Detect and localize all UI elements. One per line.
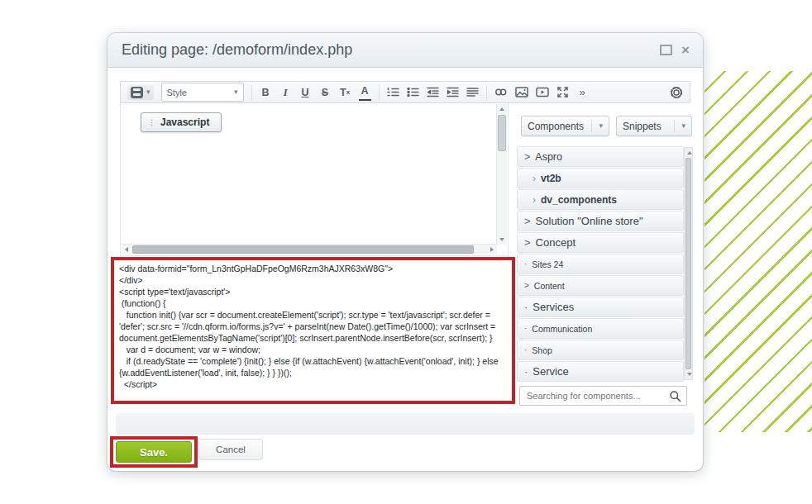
decorative-stripes [705,71,812,432]
indent-button[interactable] [447,84,459,100]
ordered-list-icon [387,86,399,98]
settings-button[interactable] [670,84,683,100]
chevron-down-icon: ▾ [234,88,238,96]
tree-scrollbar[interactable] [684,147,693,380]
dialog-footer-strip [116,413,695,435]
image-button[interactable] [515,84,528,100]
editor-vertical-scrollbar[interactable] [496,104,507,245]
tree-item-bullet: · [524,259,527,269]
justify-icon [466,86,479,98]
video-button[interactable] [536,84,549,100]
link-button[interactable] [494,84,508,100]
tree-item-sites-24[interactable]: ·Sites 24 [517,254,684,274]
components-search-input[interactable] [525,390,669,402]
more-tools-button[interactable]: » [576,84,589,100]
fullscreen-icon [556,86,569,98]
components-tab-label: Components [528,121,584,132]
tree-item-label: dv_components [541,194,617,206]
link-icon [494,86,508,98]
tree-item-label: Shop [532,345,552,355]
components-tree: >Aspro ›vt2b ›dv_components >Solution "O… [517,146,684,383]
components-tab[interactable]: Components ▾ [521,116,609,136]
edit-page-dialog: Editing page: /demoform/index.php × ▾ St… [107,33,703,471]
tree-item-dv-components[interactable]: ›dv_components [517,189,684,210]
save-annotation-box: Save. [110,436,198,468]
scrollbar-thumb[interactable] [685,158,691,369]
clear-format-x: x [346,88,350,96]
drag-handle-icon: ⋮ [148,118,155,126]
chevron-down-icon: ▾ [591,120,603,132]
tree-item-bullet: · [524,324,527,333]
underline-button[interactable]: U [299,84,312,100]
tree-item-bullet: · [524,365,528,378]
chevron-down-icon: ▾ [674,120,685,132]
scroll-up-arrow-icon[interactable] [499,107,504,111]
style-dropdown-label: Style [167,88,187,97]
tree-item-label: Aspro [535,151,562,163]
tree-item-label: Content [534,281,565,291]
scrollbar-thumb[interactable] [498,115,506,151]
components-search [519,386,687,406]
bold-button[interactable]: B [260,84,272,100]
strikethrough-button[interactable]: S [319,84,332,100]
outdent-button[interactable] [427,84,439,100]
scroll-left-arrow-icon[interactable] [125,247,128,252]
wysiwyg-area[interactable]: ⋮ Javascript [120,103,509,256]
tree-item-label: Concept [536,236,576,249]
tree-item-bullet: · [524,301,528,313]
clear-format-t: T [340,87,346,98]
tree-item-label: Communication [532,324,592,334]
tree-item-label: Services [533,301,574,313]
tree-item-arrow: › [533,194,536,206]
close-icon[interactable]: × [681,45,690,55]
code-textarea[interactable]: <div data-formid="form_Ln3ntGpHaDFpeOgM6… [114,260,512,401]
tree-item-communication[interactable]: ·Communication [517,318,684,339]
tree-item-arrow: > [524,236,531,249]
search-icon[interactable] [669,390,681,402]
tree-item-label: vt2b [541,173,561,184]
save-button[interactable]: Save. [116,441,192,463]
tree-item-concept[interactable]: >Concept [517,232,684,253]
tree-item-arrow: > [524,215,531,227]
editor-toolbar: ▾ Style ▾ B I U S Tx A [120,81,690,103]
scroll-up-arrow-icon[interactable] [687,151,692,155]
editor-horizontal-scrollbar[interactable] [122,244,497,254]
components-grid-icon [131,87,143,98]
indent-icon [447,86,459,98]
tree-item-shop[interactable]: ·Shop [517,340,684,360]
dialog-titlebar: Editing page: /demoform/index.php × [107,33,703,68]
clear-format-button[interactable]: Tx [339,84,351,100]
scroll-down-arrow-icon[interactable] [499,238,504,241]
outdent-icon [427,86,439,98]
cancel-button[interactable]: Cancel [198,439,263,460]
tree-item-arrow: > [524,281,529,290]
tree-item-vt2b[interactable]: ›vt2b [517,168,684,188]
maximize-icon[interactable] [660,45,672,55]
snippets-tab[interactable]: Snippets ▾ [616,116,692,136]
javascript-block-label: Javascript [160,116,209,128]
italic-button[interactable]: I [279,84,292,100]
javascript-block[interactable]: ⋮ Javascript [141,112,222,132]
tree-item-services[interactable]: ·Services [517,297,684,317]
tree-item-aspro[interactable]: >Aspro [517,146,684,167]
ordered-list-button[interactable] [387,84,399,100]
tree-item-solution-online-store[interactable]: >Solution "Online store" [517,211,684,231]
tree-item-arrow: > [524,151,530,163]
tree-item-service[interactable]: ·Service [517,361,684,382]
scrollbar-thumb[interactable] [132,245,474,254]
insert-component-button[interactable]: ▾ [127,85,154,100]
style-dropdown[interactable]: Style ▾ [161,83,244,102]
tree-item-arrow: › [533,173,536,184]
justify-button[interactable] [466,84,479,100]
text-color-button[interactable]: A [359,83,371,101]
gear-icon [670,86,683,99]
window-controls: × [660,45,690,55]
bullet-list-button[interactable] [407,84,419,100]
scroll-down-arrow-icon[interactable] [687,373,692,376]
fullscreen-button[interactable] [556,84,569,100]
tree-item-content[interactable]: >Content [517,275,684,296]
toolbar-separator [251,85,252,100]
chevron-down-icon: ▾ [146,88,150,96]
scroll-right-arrow-icon[interactable] [490,247,494,252]
toolbar-separator [379,85,380,100]
